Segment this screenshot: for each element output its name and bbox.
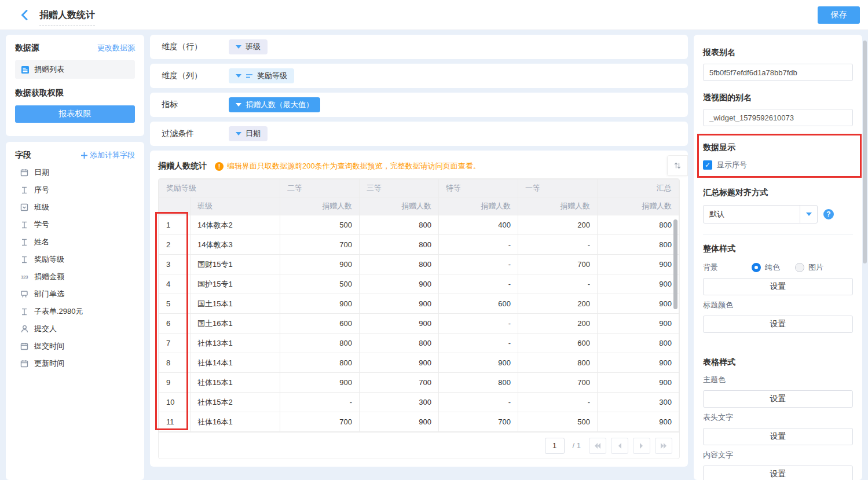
theme-color-setting-button[interactable]: 设置: [703, 390, 853, 408]
select-icon: [20, 203, 29, 211]
metric-header-cell[interactable]: 捐赠人数: [598, 197, 679, 215]
corner-header-cell[interactable]: 奖励等级: [159, 179, 280, 197]
group-header-cell[interactable]: 特等: [439, 179, 518, 197]
pivot-table-card: 捐赠人数统计 ! 编辑界面只取数据源前200条作为查询数据预览，完整数据请访问页…: [150, 151, 688, 467]
background-setting-button[interactable]: 设置: [703, 278, 853, 295]
radio-selected-icon: [752, 263, 761, 272]
field-item-subform[interactable]: 子表单.2980元: [15, 303, 135, 320]
serial-cell: 4: [159, 274, 191, 294]
value-cell: 800: [598, 215, 679, 235]
preview-notice: ! 编辑界面只取数据源前200条作为查询数据预览，完整数据请访问页面查看。: [215, 161, 481, 171]
prev-page-button[interactable]: [611, 438, 628, 454]
content-text-setting-button[interactable]: 设置: [703, 466, 853, 480]
page-number-input[interactable]: [545, 438, 565, 454]
serial-header-cell: [159, 197, 191, 215]
group-header-cell-total[interactable]: 汇总: [598, 179, 679, 197]
field-item-serial[interactable]: 序号: [15, 181, 135, 199]
row-dim-header-cell[interactable]: 班级: [191, 197, 280, 215]
table-sort-button[interactable]: [667, 155, 688, 176]
next-page-button[interactable]: [633, 438, 650, 454]
value-cell: 800: [360, 235, 439, 255]
class-cell: 社体15本1: [191, 373, 280, 393]
value-cell: 900: [360, 294, 439, 314]
field-item-awardlevel[interactable]: 奖励等级: [15, 251, 135, 268]
caret-down-icon: [236, 74, 241, 78]
save-button[interactable]: 保存: [818, 6, 860, 24]
value-cell: 900: [439, 353, 518, 373]
change-datasource-link[interactable]: 更改数据源: [97, 43, 135, 53]
metric-header-cell[interactable]: 捐赠人数: [439, 197, 518, 215]
value-cell: -: [518, 274, 598, 294]
value-cell: -: [439, 314, 518, 334]
arrow-left-icon: [617, 442, 622, 449]
group-header-cell[interactable]: 三等: [360, 179, 439, 197]
dimension-row-pill[interactable]: 班级: [229, 39, 268, 54]
value-cell: 700: [360, 373, 439, 393]
double-arrow-left-icon: [594, 442, 602, 449]
summary-align-select[interactable]: 默认: [703, 205, 818, 223]
bg-image-radio[interactable]: 图片: [795, 262, 823, 273]
dimension-row-config: 维度（行） 班级: [150, 35, 688, 59]
class-cell: 国土15本1: [191, 294, 280, 314]
bg-solid-radio[interactable]: 纯色: [752, 262, 780, 273]
field-item-department[interactable]: 部门单选: [15, 285, 135, 303]
field-item-class[interactable]: 班级: [15, 199, 135, 216]
settings-panel-scrollbar[interactable]: [863, 41, 867, 263]
value-cell: 700: [518, 255, 598, 274]
field-item-submitter[interactable]: 提交人: [15, 320, 135, 338]
metric-header-cell[interactable]: 捐赠人数: [280, 197, 360, 215]
value-cell: 800: [360, 255, 439, 274]
field-item-submittime[interactable]: 提交时间: [15, 338, 135, 355]
filter-pill[interactable]: 日期: [229, 126, 268, 141]
theme-color-label: 主题色: [703, 375, 853, 385]
metric-header-cell[interactable]: 捐赠人数: [360, 197, 439, 215]
first-page-button[interactable]: [589, 438, 606, 454]
metric-header-cell[interactable]: 捐赠人数: [518, 197, 598, 215]
serial-cell: 9: [159, 373, 191, 393]
last-page-button[interactable]: [655, 438, 672, 454]
field-list: 日期 序号 班级 学号 姓名 奖励等级 123: [15, 164, 135, 372]
metric-config: 指标 捐赠人数（最大值）: [150, 93, 688, 117]
back-button[interactable]: [17, 8, 31, 22]
value-cell: 800: [360, 334, 439, 353]
class-cell: 社体14本1: [191, 353, 280, 373]
header-text-setting-button[interactable]: 设置: [703, 428, 853, 445]
table-sub-header-row: 班级 捐赠人数 捐赠人数 捐赠人数 捐赠人数 捐赠人数: [159, 197, 679, 215]
summary-align-title: 汇总标题对齐方式: [703, 188, 853, 198]
class-cell: 14体教本3: [191, 235, 280, 255]
page-title: 捐赠人数统计: [39, 9, 95, 25]
field-item-studentno[interactable]: 学号: [15, 216, 135, 233]
caret-down-icon: [236, 103, 241, 107]
overall-style-title: 整体样式: [703, 244, 853, 254]
group-header-cell[interactable]: 一等: [518, 179, 598, 197]
class-cell: 社体16本1: [191, 412, 280, 432]
pivot-table: 奖励等级 二等 三等 特等 一等 汇总 班级 捐赠人数 捐赠人数 捐赠人数 捐赠…: [158, 178, 680, 459]
data-display-title: 数据显示: [703, 142, 853, 153]
report-alias-input[interactable]: [703, 64, 853, 81]
show-serial-checkbox-row[interactable]: ✓ 显示序号: [703, 160, 853, 170]
field-item-name[interactable]: 姓名: [15, 233, 135, 251]
group-header-cell[interactable]: 二等: [280, 179, 360, 197]
dimension-col-pill[interactable]: 奖励等级: [229, 68, 294, 83]
table-row: 2 14体教本3 700 800 - - 800: [159, 235, 679, 255]
pivot-alias-input[interactable]: [703, 109, 853, 126]
metric-pill[interactable]: 捐赠人数（最大值）: [229, 97, 320, 112]
field-item-updatetime[interactable]: 更新时间: [15, 355, 135, 372]
table-row: 10 社体15本2 - 300 - - 300: [159, 393, 679, 412]
add-calc-field-link[interactable]: 添加计算字段: [81, 150, 135, 160]
department-icon: [20, 290, 29, 298]
title-color-setting-button[interactable]: 设置: [703, 316, 853, 333]
field-item-amount[interactable]: 123 捐赠金额: [15, 268, 135, 285]
report-permission-button[interactable]: 报表权限: [15, 105, 135, 123]
value-cell: 900: [360, 274, 439, 294]
help-icon[interactable]: ?: [823, 209, 834, 219]
field-item-date[interactable]: 日期: [15, 164, 135, 181]
checkbox-checked-icon[interactable]: ✓: [703, 160, 712, 170]
warning-icon: !: [215, 162, 224, 171]
serial-cell: 10: [159, 393, 191, 412]
content-text-label: 内容文字: [703, 450, 853, 460]
summary-align-value: 默认: [704, 209, 800, 219]
datasource-item[interactable]: 捐赠列表: [15, 60, 135, 79]
table-scrollbar[interactable]: [673, 219, 677, 309]
value-cell: 900: [280, 255, 360, 274]
